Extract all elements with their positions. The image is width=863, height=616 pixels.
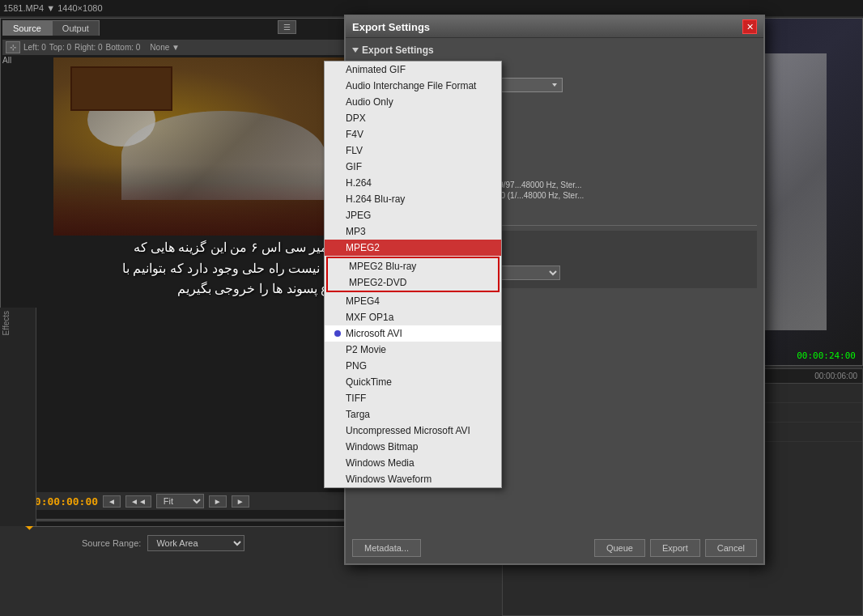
format-option-uncompressed-microsoft-avi[interactable]: Uncompressed Microsoft AVI	[325, 423, 501, 439]
format-option-f4v[interactable]: F4V	[325, 126, 501, 142]
format-option-p2-movie[interactable]: P2 Movie	[325, 342, 501, 358]
format-option-mxf-op1a[interactable]: MXF OP1a	[325, 309, 501, 325]
format-option-targa[interactable]: Targa	[325, 406, 501, 423]
fit-dropdown[interactable]: Fit 25% 50% 100%	[156, 494, 204, 508]
dialog-close-btn[interactable]: ✕	[742, 19, 757, 34]
crop-icon-btn[interactable]: ⊹	[6, 41, 20, 53]
nle-topbar: 1581.MP4 ▼ 1440×1080	[0, 0, 863, 16]
timeline-end-tc: 00:00:06:00	[814, 372, 857, 380]
prev-frame-btn[interactable]: ◄	[103, 495, 121, 508]
format-option-mpeg2-dvd[interactable]: MPEG2-DVD	[328, 274, 498, 291]
picture-frame	[70, 66, 172, 111]
format-option-mpeg2[interactable]: MPEG2	[325, 240, 501, 256]
output-timecode: 00:00:24:00	[797, 350, 856, 361]
top-label: Top: 0	[49, 43, 71, 52]
output-tab[interactable]: Output	[52, 20, 100, 36]
play-fwd-btn[interactable]: ►	[209, 495, 227, 508]
dialog-bottom: Metadata... Queue Export Cancel	[352, 539, 757, 557]
bottom-label: Bottom: 0	[106, 43, 141, 52]
source-range-dropdown[interactable]: Work Area Entire Sequence In to Out	[147, 535, 244, 551]
source-range-row: Source Range: Work Area Entire Sequence …	[82, 535, 244, 551]
export-settings-label: Export Settings	[362, 45, 434, 56]
format-option-windows-bitmap[interactable]: Windows Bitmap	[325, 439, 501, 455]
format-option-gif[interactable]: GIF	[325, 159, 501, 175]
format-option-mp3[interactable]: MP3	[325, 223, 501, 240]
format-option-audio-interchange-file-format[interactable]: Audio Interchange File Format	[325, 78, 501, 94]
format-option-microsoft-avi[interactable]: Microsoft AVI	[325, 325, 501, 342]
format-option-png[interactable]: PNG	[325, 358, 501, 374]
cancel-btn[interactable]: Cancel	[705, 539, 757, 557]
red-box-group: MPEG2 Blu-rayMPEG2-DVD	[326, 257, 500, 292]
monitor-tab-bar: Source Output ☰	[2, 20, 100, 36]
format-option-dpx[interactable]: DPX	[325, 110, 501, 126]
effects-panel: Effects	[0, 308, 36, 526]
play-back-btn[interactable]: ◄◄	[125, 495, 151, 508]
queue-btn[interactable]: Queue	[594, 539, 645, 557]
effects-label: Effects	[0, 308, 12, 338]
source-tab[interactable]: Source	[2, 20, 52, 36]
all-btn[interactable]: All	[2, 56, 11, 65]
format-option-audio-only[interactable]: Audio Only	[325, 94, 501, 110]
format-option-tiff[interactable]: TIFF	[325, 390, 501, 406]
bottom-buttons: Queue Export Cancel	[594, 539, 757, 557]
format-option-h.264[interactable]: H.264	[325, 175, 501, 191]
format-option-flv[interactable]: FLV	[325, 142, 501, 159]
format-option-windows-media[interactable]: Windows Media	[325, 455, 501, 471]
timecode-start: 00:00:00:00	[28, 495, 98, 508]
dialog-titlebar: Export Settings ✕	[346, 16, 763, 38]
format-option-jpeg[interactable]: JPEG	[325, 207, 501, 223]
format-option-quicktime[interactable]: QuickTime	[325, 374, 501, 390]
topbar-text: 1581.MP4 ▼ 1440×1080	[3, 3, 103, 13]
format-option-h.264-blu-ray[interactable]: H.264 Blu-ray	[325, 191, 501, 207]
export-btn[interactable]: Export	[650, 539, 700, 557]
format-dropdown-menu: Animated GIFAudio Interchange File Forma…	[324, 61, 502, 488]
format-option-mpeg4[interactable]: MPEG4	[325, 293, 501, 309]
left-label: Left: 0	[23, 43, 46, 52]
dialog-title: Export Settings	[352, 21, 430, 33]
source-range-label: Source Range:	[82, 538, 141, 548]
export-settings-header: Export Settings	[352, 45, 757, 56]
none-label: None ▼	[150, 43, 180, 52]
metadata-btn[interactable]: Metadata...	[352, 539, 421, 557]
monitor-menu-btn[interactable]: ☰	[278, 20, 296, 34]
format-option-windows-waveform[interactable]: Windows Waveform	[325, 471, 501, 487]
format-option-animated-gif[interactable]: Animated GIF	[325, 62, 501, 78]
dropdown-arrow-icon	[552, 83, 557, 87]
format-option-mpeg2-blu-ray[interactable]: MPEG2 Blu-ray	[328, 258, 498, 274]
triangle-down-icon	[352, 48, 359, 53]
right-label: Right: 0	[74, 43, 102, 52]
next-frame-btn[interactable]: ►	[232, 495, 249, 508]
